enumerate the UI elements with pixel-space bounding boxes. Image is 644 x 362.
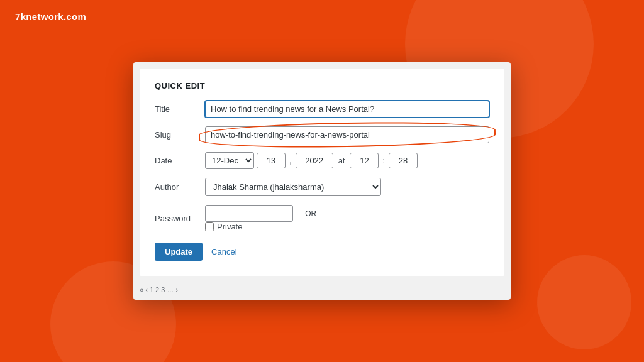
date-minute-input[interactable] [389,153,418,168]
date-comma-separator: , [289,156,292,165]
or-text: –OR– [301,209,320,218]
title-input[interactable] [205,101,489,118]
slug-label: Slug [155,130,205,140]
slug-row: Slug [155,126,489,143]
author-label: Author [155,182,205,192]
site-logo: 7knetwork.com [15,11,86,22]
author-row: Author Jhalak Sharma (jhalaksharma) [155,178,489,196]
title-field-wrapper [205,101,489,118]
author-select[interactable]: Jhalak Sharma (jhalaksharma) [205,178,381,196]
date-controls: 12-Dec 01-Jan 02-Feb 03-Mar 04-Apr 05-Ma… [205,152,489,169]
date-row: Date 12-Dec 01-Jan 02-Feb 03-Mar 04-Apr … [155,152,489,169]
date-month-select[interactable]: 12-Dec 01-Jan 02-Feb 03-Mar 04-Apr 05-Ma… [205,152,254,169]
date-label: Date [155,156,205,165]
footer-pagination: « ‹ 1 2 3 … › [140,286,178,293]
private-label-text: Private [217,222,242,231]
password-field-wrapper: –OR– Private [205,205,489,231]
cancel-button[interactable]: Cancel [209,243,239,261]
button-row: Update Cancel [155,243,489,261]
private-checkbox[interactable] [205,222,214,231]
slug-input[interactable] [205,126,489,143]
password-row: Password –OR– Private [155,205,489,231]
date-colon-separator: : [382,156,385,165]
modal-footer: « ‹ 1 2 3 … › [133,282,511,300]
pagination-text: « ‹ 1 2 3 … › [140,286,178,293]
title-label: Title [155,104,205,114]
quick-edit-modal: QUICK EDIT Title Slug Date 12-Dec [133,62,511,300]
date-year-input[interactable] [296,153,333,168]
date-at-text: at [338,156,345,165]
update-button[interactable]: Update [155,243,203,261]
date-controls-wrapper: 12-Dec 01-Jan 02-Feb 03-Mar 04-Apr 05-Ma… [205,152,489,169]
private-label: Private [205,222,489,231]
bg-decoration-3 [537,255,631,349]
password-input[interactable] [205,205,293,222]
date-day-input[interactable] [257,153,286,168]
date-hour-input[interactable] [350,153,379,168]
password-label: Password [155,214,205,223]
title-row: Title [155,101,489,118]
modal-section-title: QUICK EDIT [155,81,489,90]
slug-field-wrapper [205,126,489,143]
modal-content: QUICK EDIT Title Slug Date 12-Dec [140,69,504,276]
author-field-wrapper: Jhalak Sharma (jhalaksharma) [205,178,489,196]
